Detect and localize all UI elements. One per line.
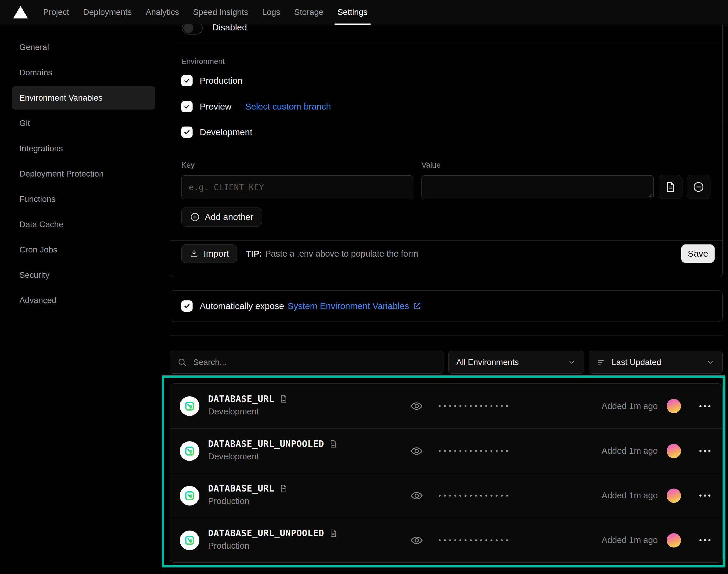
table-row: DATABASE_URL_UNPOOLED Production •••••••… bbox=[170, 518, 722, 562]
nav-item-analytics[interactable]: Analytics bbox=[146, 0, 179, 25]
table-row: DATABASE_URL_UNPOOLED Development ••••••… bbox=[170, 428, 722, 473]
nav-item-logs[interactable]: Logs bbox=[262, 0, 281, 25]
variable-info: DATABASE_URL_UNPOOLED Production bbox=[208, 528, 338, 551]
variable-info: DATABASE_URL Production bbox=[208, 483, 288, 506]
key-field-label: Key bbox=[181, 160, 195, 170]
search-input[interactable] bbox=[193, 358, 436, 367]
divider bbox=[170, 335, 723, 336]
environment-row-preview: Preview Select custom branch bbox=[181, 101, 331, 112]
sort-select-value: Last Updated bbox=[612, 358, 661, 367]
variable-value-group: •••••••••••••• bbox=[410, 429, 511, 473]
select-custom-branch-link[interactable]: Select custom branch bbox=[245, 101, 331, 112]
sort-lines-icon bbox=[597, 358, 606, 367]
variable-value-group: •••••••••••••• bbox=[410, 518, 511, 562]
development-checkbox[interactable] bbox=[181, 127, 192, 138]
variable-environment: Development bbox=[208, 407, 288, 416]
nav-item-storage[interactable]: Storage bbox=[294, 0, 324, 25]
variable-meta: Added 1m ago bbox=[601, 384, 712, 428]
top-nav: Project Deployments Analytics Speed Insi… bbox=[0, 0, 728, 25]
system-env-variables-link[interactable]: System Environment Variables bbox=[288, 301, 409, 311]
eye-icon[interactable] bbox=[410, 534, 424, 547]
row-menu-button[interactable] bbox=[698, 492, 712, 500]
production-checkbox[interactable] bbox=[181, 75, 192, 86]
row-menu-button[interactable] bbox=[698, 536, 712, 544]
sidebar-item-deployment-protection[interactable]: Deployment Protection bbox=[12, 162, 155, 186]
sidebar-item-security[interactable]: Security bbox=[12, 263, 155, 287]
nav-item-speed-insights[interactable]: Speed Insights bbox=[193, 0, 248, 25]
variable-name: DATABASE_URL_UNPOOLED bbox=[208, 439, 324, 449]
note-icon[interactable] bbox=[329, 529, 338, 538]
neon-integration-icon bbox=[180, 486, 200, 505]
checkmark-icon bbox=[183, 129, 190, 136]
eye-icon[interactable] bbox=[410, 444, 424, 458]
added-timestamp: Added 1m ago bbox=[601, 446, 658, 456]
sort-select[interactable]: Last Updated bbox=[589, 351, 723, 374]
tip-text: TIP: Paste a .env above to populate the … bbox=[246, 244, 418, 263]
note-icon[interactable] bbox=[329, 440, 338, 448]
sidebar-item-data-cache[interactable]: Data Cache bbox=[12, 213, 155, 236]
env-variables-table: DATABASE_URL Development •••••••••••••• … bbox=[170, 383, 723, 563]
neon-logo-icon bbox=[184, 400, 196, 412]
table-row: DATABASE_URL Production •••••••••••••• A… bbox=[170, 473, 722, 518]
value-field-label: Value bbox=[421, 160, 441, 170]
import-button[interactable]: Import bbox=[181, 244, 237, 263]
variable-name: DATABASE_URL bbox=[208, 394, 274, 404]
neon-logo-icon bbox=[184, 490, 196, 502]
divider bbox=[170, 120, 722, 120]
value-input[interactable] bbox=[421, 175, 654, 199]
nav-item-deployments[interactable]: Deployments bbox=[83, 0, 132, 25]
sidebar-item-domains[interactable]: Domains bbox=[12, 61, 155, 84]
masked-value: •••••••••••••• bbox=[438, 492, 511, 500]
variable-info: DATABASE_URL_UNPOOLED Development bbox=[208, 439, 338, 461]
resize-grip-icon[interactable] bbox=[647, 192, 652, 198]
sidebar-item-cron-jobs[interactable]: Cron Jobs bbox=[12, 238, 155, 261]
note-icon[interactable] bbox=[279, 395, 288, 403]
eye-icon[interactable] bbox=[410, 489, 424, 502]
table-row: DATABASE_URL Development •••••••••••••• … bbox=[170, 384, 722, 428]
variable-environment: Production bbox=[208, 541, 338, 551]
divider bbox=[170, 94, 722, 94]
added-timestamp: Added 1m ago bbox=[601, 491, 658, 500]
download-icon bbox=[189, 249, 199, 258]
preview-checkbox-label: Preview bbox=[200, 101, 231, 112]
checkmark-icon bbox=[183, 103, 190, 110]
neon-logo-icon bbox=[184, 445, 196, 457]
nav-item-settings[interactable]: Settings bbox=[338, 0, 368, 25]
sidebar-item-git[interactable]: Git bbox=[12, 112, 155, 135]
sidebar-item-environment-variables[interactable]: Environment Variables bbox=[12, 86, 155, 110]
external-link-icon[interactable] bbox=[413, 301, 421, 311]
toggle-knob bbox=[183, 23, 194, 33]
sidebar-item-advanced[interactable]: Advanced bbox=[12, 289, 155, 312]
save-button[interactable]: Save bbox=[681, 244, 715, 263]
masked-value: •••••••••••••• bbox=[438, 447, 511, 455]
neon-integration-icon bbox=[180, 441, 200, 461]
variable-info: DATABASE_URL Development bbox=[208, 394, 288, 416]
checkmark-icon bbox=[183, 302, 190, 310]
added-timestamp: Added 1m ago bbox=[601, 401, 658, 411]
vercel-logo-icon[interactable] bbox=[13, 6, 28, 18]
eye-icon[interactable] bbox=[410, 399, 424, 413]
sidebar-item-general[interactable]: General bbox=[12, 36, 155, 59]
env-var-editor-card: Disabled Environment Production Preview … bbox=[170, 0, 723, 277]
add-another-button[interactable]: Add another bbox=[181, 207, 262, 227]
paste-env-file-button[interactable] bbox=[659, 175, 682, 199]
environment-filter-value: All Environments bbox=[456, 358, 519, 367]
row-menu-button[interactable] bbox=[698, 447, 712, 455]
remove-row-button[interactable] bbox=[687, 175, 711, 199]
expose-checkbox[interactable] bbox=[181, 300, 192, 312]
key-input[interactable] bbox=[181, 175, 414, 199]
masked-value: •••••••••••••• bbox=[438, 402, 511, 410]
tip-prefix: TIP: bbox=[246, 249, 262, 259]
avatar bbox=[667, 444, 681, 458]
row-menu-button[interactable] bbox=[698, 402, 712, 410]
avatar bbox=[667, 533, 681, 547]
nav-item-project[interactable]: Project bbox=[43, 0, 69, 25]
note-icon[interactable] bbox=[279, 484, 288, 493]
environment-filter-select[interactable]: All Environments bbox=[448, 351, 584, 374]
environment-section-label: Environment bbox=[181, 57, 225, 66]
system-env-expose-card: Automatically expose System Environment … bbox=[170, 290, 723, 322]
preview-checkbox[interactable] bbox=[181, 101, 192, 112]
sidebar-item-integrations[interactable]: Integrations bbox=[12, 137, 155, 160]
tip-body: Paste a .env above to populate the form bbox=[265, 249, 418, 259]
sidebar-item-functions[interactable]: Functions bbox=[12, 188, 155, 211]
